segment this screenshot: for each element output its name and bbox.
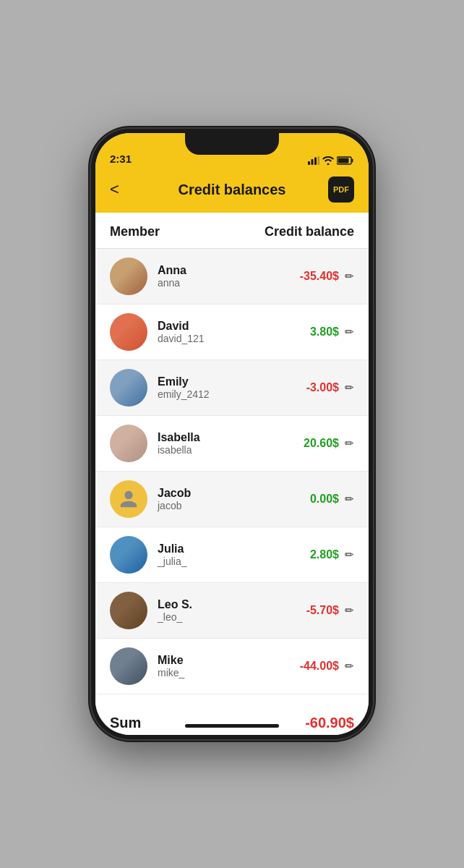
member-username-anna: anna [158, 277, 300, 289]
svg-rect-2 [314, 158, 317, 166]
credit-amount-isabella: 20.60$ [304, 437, 339, 450]
svg-rect-5 [352, 159, 353, 163]
member-info-isabella: Isabella isabella [158, 431, 304, 456]
avatar-emily [110, 369, 147, 407]
table-row: Mike mike_ -44.00$ [95, 639, 369, 694]
member-username-mike: mike_ [158, 667, 300, 678]
avatar-leo [110, 592, 147, 629]
battery-icon [337, 156, 354, 165]
member-avatar-emily [110, 369, 147, 407]
edit-button-julia[interactable] [345, 548, 354, 561]
content-area: Member Credit balance Anna anna -35.40$ … [95, 213, 369, 735]
signal-icon [308, 156, 319, 165]
notch [185, 133, 279, 155]
wifi-icon [322, 156, 334, 165]
member-credit-david: 3.80$ [310, 326, 354, 339]
table-row: Leo S. _leo_ -5.70$ [95, 583, 369, 639]
credit-amount-anna: -35.40$ [300, 270, 339, 283]
member-list: Anna anna -35.40$ David david_121 3.80$ [95, 249, 369, 694]
credit-amount-emily: -3.00$ [306, 381, 339, 394]
credit-amount-julia: 2.80$ [310, 548, 339, 561]
svg-rect-6 [338, 158, 349, 163]
member-credit-mike: -44.00$ [300, 660, 354, 673]
sum-amount: -60.90$ [305, 715, 354, 731]
edit-button-david[interactable] [345, 326, 354, 339]
edit-button-anna[interactable] [345, 270, 354, 283]
member-name-jacob: Jacob [158, 487, 310, 500]
home-indicator [185, 724, 279, 728]
member-credit-jacob: 0.00$ [310, 493, 354, 506]
member-name-leo: Leo S. [158, 598, 306, 611]
member-username-emily: emily_2412 [158, 388, 306, 400]
member-avatar-mike [110, 647, 147, 685]
member-info-emily: Emily emily_2412 [158, 375, 306, 400]
member-name-julia: Julia [158, 542, 310, 556]
sum-row: Sum -60.90$ [95, 700, 369, 735]
table-row: Anna anna -35.40$ [95, 249, 369, 305]
member-username-isabella: isabella [158, 444, 304, 456]
phone-frame: 2:31 [91, 129, 373, 739]
credit-amount-jacob: 0.00$ [310, 493, 339, 506]
member-credit-julia: 2.80$ [310, 548, 354, 561]
member-info-david: David david_121 [158, 320, 310, 344]
edit-button-jacob[interactable] [345, 493, 354, 506]
member-avatar-jacob [110, 480, 147, 518]
member-info-leo: Leo S. _leo_ [158, 598, 306, 623]
edit-button-leo[interactable] [345, 604, 354, 617]
avatar-anna [110, 258, 147, 295]
phone-screen: 2:31 [95, 133, 369, 735]
edit-button-isabella[interactable] [345, 437, 354, 450]
member-name-mike: Mike [158, 654, 300, 667]
back-button[interactable]: < [110, 180, 136, 199]
edit-button-mike[interactable] [345, 660, 354, 673]
svg-rect-1 [312, 159, 314, 165]
member-name-isabella: Isabella [158, 431, 304, 444]
member-username-jacob: jacob [158, 500, 310, 511]
member-avatar-julia [110, 536, 147, 574]
member-info-jacob: Jacob jacob [158, 487, 310, 511]
member-avatar-david [110, 313, 147, 351]
avatar-david [110, 313, 147, 351]
member-name-david: David [158, 320, 310, 333]
member-username-david: david_121 [158, 333, 310, 344]
svg-rect-0 [308, 161, 310, 165]
member-credit-anna: -35.40$ [300, 270, 354, 283]
pdf-button[interactable]: PDF [328, 176, 354, 203]
credit-amount-leo: -5.70$ [306, 604, 339, 617]
edit-button-emily[interactable] [345, 381, 354, 394]
header: < Credit balances PDF [95, 169, 369, 213]
member-avatar-isabella [110, 425, 147, 462]
status-time: 2:31 [110, 153, 132, 165]
member-info-julia: Julia _julia_ [158, 542, 310, 567]
member-credit-emily: -3.00$ [306, 381, 354, 394]
member-credit-leo: -5.70$ [306, 604, 354, 617]
avatar-placeholder-jacob [110, 480, 147, 518]
svg-rect-3 [318, 156, 320, 165]
member-avatar-leo [110, 592, 147, 629]
member-username-leo: _leo_ [158, 611, 306, 623]
member-col-header: Member [110, 224, 160, 239]
page-title: Credit balances [179, 182, 286, 198]
member-info-anna: Anna anna [158, 264, 300, 289]
credit-amount-mike: -44.00$ [300, 660, 339, 673]
member-avatar-anna [110, 258, 147, 295]
credit-amount-david: 3.80$ [310, 326, 339, 339]
member-credit-isabella: 20.60$ [304, 437, 354, 450]
avatar-mike [110, 647, 147, 685]
pdf-label: PDF [333, 185, 349, 194]
avatar-julia [110, 536, 147, 574]
table-row: Isabella isabella 20.60$ [95, 416, 369, 472]
member-username-julia: _julia_ [158, 556, 310, 567]
sum-label: Sum [110, 715, 141, 731]
member-name-anna: Anna [158, 264, 300, 277]
person-icon [119, 489, 139, 509]
avatar-isabella [110, 425, 147, 462]
balance-col-header: Credit balance [265, 224, 354, 239]
member-name-emily: Emily [158, 375, 306, 388]
table-row: Jacob jacob 0.00$ [95, 472, 369, 527]
member-info-mike: Mike mike_ [158, 654, 300, 678]
table-row: David david_121 3.80$ [95, 305, 369, 360]
status-icons [308, 156, 354, 165]
table-row: Emily emily_2412 -3.00$ [95, 360, 369, 416]
column-headers: Member Credit balance [95, 213, 369, 249]
